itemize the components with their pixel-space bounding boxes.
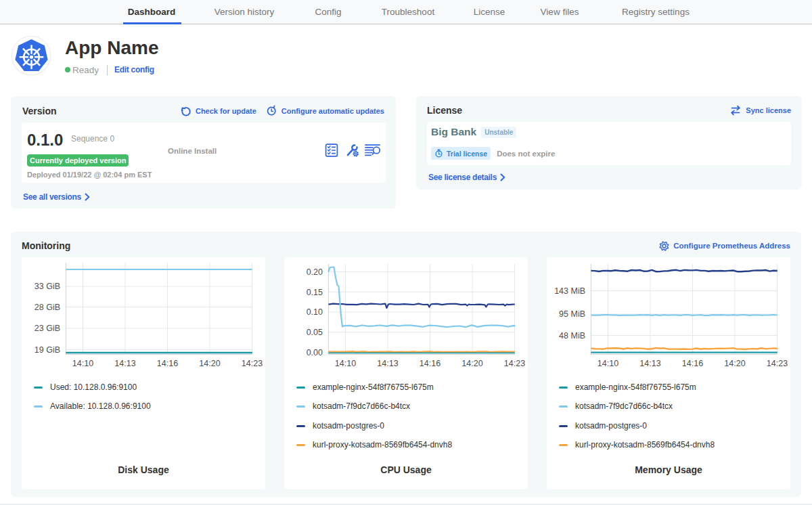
svg-text:0.00: 0.00	[307, 348, 323, 357]
svg-text:14:23: 14:23	[767, 359, 788, 368]
svg-text:14:10: 14:10	[335, 359, 356, 368]
svg-text:14:16: 14:16	[420, 359, 441, 368]
svg-text:14:10: 14:10	[597, 359, 618, 368]
svg-text:14:23: 14:23	[504, 359, 525, 368]
svg-text:95 MiB: 95 MiB	[559, 309, 585, 319]
svg-text:14:20: 14:20	[199, 359, 220, 368]
svg-text:28 GiB: 28 GiB	[35, 303, 60, 312]
svg-text:143 MiB: 143 MiB	[554, 286, 585, 296]
svg-text:23 GiB: 23 GiB	[35, 324, 60, 333]
svg-text:0.20: 0.20	[307, 267, 323, 277]
svg-text:14:13: 14:13	[377, 359, 398, 368]
svg-text:19 GiB: 19 GiB	[35, 345, 60, 355]
svg-text:14:13: 14:13	[114, 359, 135, 368]
svg-text:14:10: 14:10	[72, 359, 93, 368]
svg-text:0.05: 0.05	[307, 328, 323, 337]
svg-text:14:16: 14:16	[682, 359, 703, 368]
svg-text:14:16: 14:16	[157, 359, 178, 368]
svg-text:0.10: 0.10	[307, 307, 323, 317]
svg-text:33 GiB: 33 GiB	[35, 282, 60, 291]
svg-text:14:23: 14:23	[242, 359, 263, 368]
svg-text:14:20: 14:20	[724, 359, 745, 368]
svg-text:14:20: 14:20	[461, 359, 482, 368]
svg-text:48 MiB: 48 MiB	[559, 331, 585, 341]
svg-text:14:13: 14:13	[639, 359, 660, 368]
svg-text:0.15: 0.15	[307, 288, 323, 297]
